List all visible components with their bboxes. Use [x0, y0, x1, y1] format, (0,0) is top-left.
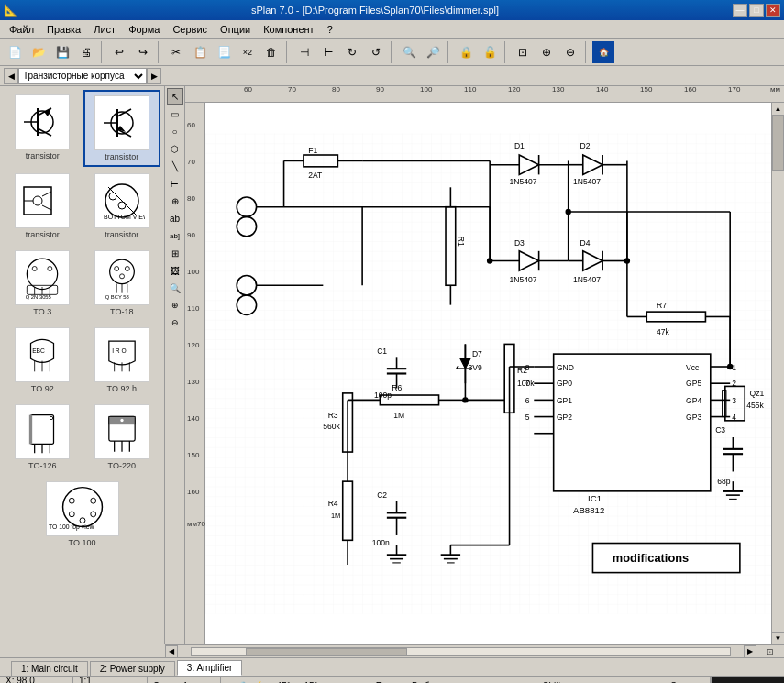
rotate-ccw-button[interactable]: ↺: [365, 41, 387, 63]
window-controls: — □ ✕: [733, 4, 780, 17]
component-to3[interactable]: Q 2N 3055 BOTTOM VIEW TO 3: [4, 246, 82, 321]
zoom-fit-button[interactable]: ⊡: [512, 41, 534, 63]
svg-text:D4: D4: [580, 238, 591, 248]
maximize-button[interactable]: □: [749, 4, 764, 17]
align-right-button[interactable]: ⊣: [293, 41, 315, 63]
vscroll-up[interactable]: ▲: [772, 103, 784, 116]
component-transistor1[interactable]: transistor: [4, 90, 82, 167]
to18-label: TO-18: [110, 307, 133, 316]
svg-point-34: [119, 274, 124, 279]
to126-label: TO-126: [28, 461, 56, 470]
new-button[interactable]: 📄: [4, 41, 26, 63]
tab-amplifier[interactable]: 3: Amplifier: [177, 660, 242, 676]
svg-text:Qz1: Qz1: [750, 389, 765, 398]
svg-text:47k: 47k: [657, 327, 670, 336]
menu-sheet[interactable]: Лист: [88, 22, 121, 37]
comp-prev-button[interactable]: ◀: [4, 68, 18, 84]
tab-power[interactable]: 2: Power supply: [90, 661, 175, 676]
open-button[interactable]: 📂: [28, 41, 50, 63]
lock-button[interactable]: 🔒: [455, 41, 477, 63]
schematic-area[interactable]: 60 70 80 90 100 110 120 130 140 150 160 …: [185, 103, 784, 644]
vruler-160: 160: [187, 488, 199, 496]
zoom-out-tool[interactable]: ⊖: [167, 314, 183, 331]
ruler-mark-110: 110: [464, 86, 476, 94]
component-transistor4[interactable]: BOTTOM VIEW transistor: [83, 169, 161, 244]
print-button[interactable]: 🖨: [75, 41, 97, 63]
line-tool[interactable]: ╲: [167, 158, 183, 174]
component-to92h[interactable]: I R O TO 92 h: [83, 323, 161, 398]
transistor1-label: transistor: [26, 151, 60, 160]
menu-options[interactable]: Опции: [215, 22, 256, 37]
menu-edit[interactable]: Правка: [41, 22, 86, 37]
component-transistor3[interactable]: transistor: [4, 169, 82, 244]
to92-icon: EBC: [15, 327, 70, 382]
vscroll-down[interactable]: ▼: [772, 632, 784, 644]
text2-tool[interactable]: ab]: [167, 227, 183, 244]
copy-button[interactable]: 📋: [189, 41, 211, 63]
svg-text:D3: D3: [514, 238, 525, 248]
hscroll-track[interactable]: [191, 647, 731, 656]
zoom-out-button[interactable]: ⊖: [559, 41, 581, 63]
copy2-button[interactable]: ×2: [237, 41, 259, 63]
svg-text:Vcc: Vcc: [686, 363, 700, 372]
vruler-100: 100: [187, 268, 199, 276]
menu-help[interactable]: ?: [322, 22, 338, 37]
search-button[interactable]: 🔍: [398, 41, 420, 63]
vscrollbar[interactable]: ▲ ▼: [771, 103, 784, 644]
status-icons[interactable]: ⊞ 🔒 ⚡ ⤢ 45° ↺ 15° ———: [221, 677, 370, 683]
component-category-select[interactable]: Транзисторные корпуса Резисторы Конденса…: [18, 68, 147, 84]
zoom-tool[interactable]: 🔍: [167, 280, 183, 296]
zoom-in-tool[interactable]: ⊕: [167, 297, 183, 314]
component-transistor2[interactable]: transistor: [83, 90, 161, 167]
home-button[interactable]: 🏠: [592, 41, 614, 63]
align-left-button[interactable]: ⊢: [317, 41, 339, 63]
ruler-mark-140: 140: [596, 86, 608, 94]
svg-point-32: [114, 267, 118, 271]
vscroll-thumb[interactable]: [772, 116, 784, 171]
grid-tool[interactable]: ⊞: [167, 245, 183, 261]
rotate-cw-button[interactable]: ↻: [341, 41, 363, 63]
select-tool[interactable]: ↖: [167, 88, 183, 105]
redo-button[interactable]: ↪: [132, 41, 154, 63]
delete-button[interactable]: 🗑: [260, 41, 282, 63]
svg-line-16: [42, 205, 51, 210]
polygon-tool[interactable]: ⬡: [167, 140, 183, 157]
comp-next-button[interactable]: ▶: [147, 68, 161, 84]
paste-button[interactable]: 📃: [213, 41, 235, 63]
menu-service[interactable]: Сервис: [167, 22, 213, 37]
window-title: sPlan 7.0 - [D:\Program Files\Splan70\Fi…: [251, 5, 499, 16]
rect-tool[interactable]: ▭: [167, 105, 183, 122]
hscroll-right[interactable]: ▶: [744, 645, 756, 658]
ellipse-tool[interactable]: ○: [167, 123, 183, 139]
menu-component[interactable]: Компонент: [258, 22, 319, 37]
close-button[interactable]: ✕: [766, 4, 780, 17]
zoom-in-button[interactable]: ⊕: [536, 41, 558, 63]
save-button[interactable]: 💾: [51, 41, 73, 63]
ruler-mark-160: 160: [684, 86, 696, 94]
component-to100[interactable]: TO 100 top view TO 100: [4, 477, 160, 552]
menu-form[interactable]: Форма: [123, 22, 165, 37]
undo-button[interactable]: ↩: [108, 41, 130, 63]
component-to18[interactable]: Q BCY 58 TO-18: [83, 246, 161, 321]
minimize-button[interactable]: —: [733, 4, 747, 17]
component-to126[interactable]: TO-126: [4, 400, 82, 475]
text-tool[interactable]: ab: [167, 210, 183, 226]
tab-main[interactable]: 1: Main circuit: [11, 661, 88, 676]
component-to220[interactable]: TO-220: [83, 400, 161, 475]
unlock-button[interactable]: 🔓: [479, 41, 501, 63]
ruler-mark-90: 90: [376, 86, 384, 94]
hscroll-thumb[interactable]: [246, 648, 407, 655]
cut-button[interactable]: ✂: [165, 41, 187, 63]
svg-point-63: [90, 511, 95, 516]
component-search-button[interactable]: 🔎: [422, 41, 444, 63]
svg-point-22: [28, 259, 58, 289]
menu-file[interactable]: Файл: [4, 22, 39, 37]
hscroll-left[interactable]: ◀: [165, 645, 178, 658]
wire-tool[interactable]: ⊢: [167, 175, 183, 192]
image-tool[interactable]: 🖼: [167, 262, 183, 279]
cross-tool[interactable]: ⊕: [167, 193, 183, 209]
to3-icon: Q 2N 3055 BOTTOM VIEW: [15, 250, 70, 305]
svg-text:Q BCY 58: Q BCY 58: [105, 294, 128, 300]
title-bar: 📐 sPlan 7.0 - [D:\Program Files\Splan70\…: [0, 0, 784, 20]
component-to92[interactable]: EBC TO 92: [4, 323, 82, 398]
